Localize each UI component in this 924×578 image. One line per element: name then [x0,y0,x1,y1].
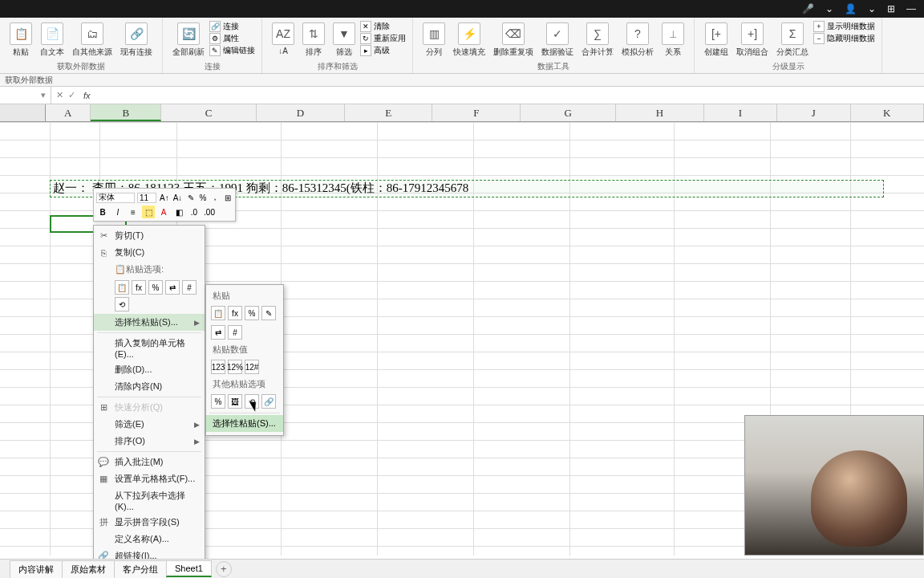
italic-icon[interactable]: I [111,206,124,218]
ctx-选择性粘贴(S)...[interactable]: 选择性粘贴(S)...▶ [94,314,205,331]
paste-option-icon[interactable]: ⇄ [211,325,225,340]
percent-icon[interactable]: % [198,191,208,204]
ctx-复制(C)[interactable]: ⎘复制(C) [94,244,205,261]
sheet-tab-Sheet1[interactable]: Sheet1 [166,560,212,577]
ctx-剪切(T)[interactable]: ✂剪切(T) [94,227,205,244]
chevron-down-icon[interactable]: ⌄ [825,3,833,14]
ctx-清除内容(N)[interactable]: 清除内容(N) [94,378,205,395]
chevron-down-icon[interactable]: ⌄ [868,3,876,14]
paste-option-icon[interactable]: ⟲ [115,297,129,311]
ribbon-排序[interactable]: ⇅排序 [299,21,328,59]
user-icon[interactable]: 👤 [845,3,857,14]
col-header-J[interactable]: J [777,104,850,121]
spreadsheet-grid[interactable]: 赵一： 李四：86-181123 王五：1991 狗剩：86-15312345(… [0,122,924,556]
add-sheet-button[interactable]: + [216,561,232,577]
ctx-筛选(E)[interactable]: 筛选(E)▶ [94,416,205,433]
ctx-设置单元格格式(F)...[interactable]: ▦设置单元格格式(F)... [94,470,205,487]
enter-icon[interactable]: ✓ [68,90,75,100]
col-header-G[interactable]: G [521,104,616,121]
minimize-icon[interactable]: — [906,3,916,14]
paste-option-icon[interactable]: 12% [228,360,242,374]
paste-option-icon[interactable]: 12# [245,360,259,374]
decrease-font-icon[interactable]: A↓ [172,191,184,204]
ribbon-全部刷新[interactable]: 🔄全部刷新 [169,21,208,59]
paste-option-icon[interactable]: ⇄ [165,280,180,295]
font-size-select[interactable] [137,193,156,203]
sheet-tab-客户分组[interactable]: 客户分组 [114,560,167,578]
col-header-I[interactable]: I [704,104,777,121]
ribbon-small-隐藏明细数据[interactable]: −隐藏明细数据 [813,33,875,44]
ribbon-分列[interactable]: ▥分列 [419,21,448,59]
paste-option-icon[interactable]: ✎ [261,306,276,320]
paste-option-icon[interactable]: ⟲ [245,394,259,409]
bold-icon[interactable]: B [96,206,109,218]
col-header-D[interactable]: D [257,104,345,121]
paste-option-icon[interactable]: 🔗 [261,394,276,409]
paste-option-icon[interactable]: fx [228,306,242,320]
align-icon[interactable]: ≡ [127,206,140,218]
paste-special-dialog[interactable]: 选择性粘贴(S)... [206,415,283,432]
ribbon-small-连接[interactable]: 🔗连接 [209,21,255,32]
ribbon-模拟分析[interactable]: ?模拟分析 [618,21,657,59]
grid-icon[interactable]: ⊞ [887,3,895,14]
paste-option-icon[interactable]: % [211,394,225,409]
comma-icon[interactable]: ， [210,191,220,204]
sheet-tab-内容讲解[interactable]: 内容讲解 [10,560,63,578]
font-color-icon[interactable]: A [157,206,170,218]
paste-option-icon[interactable]: # [182,280,197,295]
ribbon-small-清除[interactable]: ✕清除 [360,21,406,32]
increase-decimal-icon[interactable]: .00 [203,206,216,218]
ribbon-现有连接[interactable]: 🔗现有连接 [117,21,156,59]
select-all-corner[interactable] [0,104,46,121]
ctx-删除(D)...[interactable]: 删除(D)... [94,361,205,378]
ctx-显示拼音字段(S)[interactable]: 拼显示拼音字段(S) [94,514,205,531]
col-header-K[interactable]: K [851,104,924,121]
ribbon-取消组合[interactable]: +]取消组合 [733,21,772,59]
paste-option-icon[interactable]: 123 [211,360,225,374]
col-header-C[interactable]: C [161,104,257,121]
col-header-F[interactable]: F [432,104,521,121]
ribbon-small-属性[interactable]: ⚙属性 [209,33,255,44]
fx-icon[interactable]: fx [80,91,94,100]
ribbon-关系[interactable]: ⟂关系 [659,21,687,59]
ribbon-自其他来源[interactable]: 🗂自其他来源 [69,21,116,59]
paste-option-icon[interactable]: 📋 [115,280,129,295]
ctx-排序(O)[interactable]: 排序(O)▶ [94,433,205,450]
ctx-插入复制的单元格(E)...[interactable]: 插入复制的单元格(E)... [94,335,205,361]
increase-font-icon[interactable]: A↑ [159,191,170,204]
ribbon-自文本[interactable]: 📄自文本 [37,21,67,59]
ribbon-small-高级[interactable]: ▸高级 [360,45,406,56]
col-header-H[interactable]: H [616,104,704,121]
ribbon-分类汇总[interactable]: Σ分类汇总 [773,21,812,59]
font-select[interactable] [96,193,135,203]
ribbon-删除重复项[interactable]: ⌫删除重复项 [490,21,537,59]
paste-option-icon[interactable]: # [228,325,242,340]
paste-option-icon[interactable]: % [245,306,259,320]
paste-option-icon[interactable]: fx [132,280,146,295]
col-header-B[interactable]: B [91,104,161,121]
paste-option-icon[interactable]: 📋 [211,306,225,320]
name-box[interactable]: ▾ [0,87,51,104]
border-icon[interactable]: ◧ [172,206,185,218]
ribbon-快速填充[interactable]: ⚡快速填充 [450,21,488,59]
ribbon-合并计算[interactable]: ∑合并计算 [578,21,617,59]
ribbon-筛选[interactable]: ▼筛选 [330,21,359,59]
cancel-icon[interactable]: ✕ [56,90,63,100]
ribbon-small-重新应用[interactable]: ↻重新应用 [360,33,406,44]
ribbon-粘贴[interactable]: 📋粘贴 [6,21,35,59]
decrease-decimal-icon[interactable]: .0 [188,206,201,218]
paste-option-icon[interactable]: % [148,280,163,295]
col-header-A[interactable]: A [46,104,91,121]
sheet-tab-原始素材[interactable]: 原始素材 [62,560,115,578]
ribbon-small-编辑链接[interactable]: ✎编辑链接 [209,45,255,56]
col-header-E[interactable]: E [345,104,433,121]
ctx-插入批注(M)[interactable]: 💬插入批注(M) [94,454,205,470]
ctx-从下拉列表中选择(K)...[interactable]: 从下拉列表中选择(K)... [94,487,205,514]
format-painter-icon[interactable]: ✎ [185,191,195,204]
ribbon-small-显示明细数据[interactable]: +显示明细数据 [813,21,875,32]
ribbon-数据验证[interactable]: ✓数据验证 [538,21,577,59]
ribbon-↓A[interactable]: AZ↓A [269,21,298,57]
fill-color-icon[interactable]: ⬚ [142,206,155,218]
merge-icon[interactable]: ⊞ [223,191,233,204]
paste-option-icon[interactable]: 🖼 [228,394,242,409]
